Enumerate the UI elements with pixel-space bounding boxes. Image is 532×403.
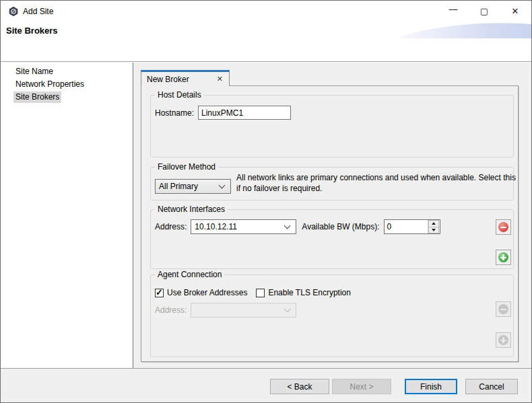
maximize-icon: ▢ bbox=[480, 6, 488, 16]
broker-panel: Host Details Hostname: Failover Method A… bbox=[141, 85, 519, 362]
failover-method-title: Failover Method bbox=[155, 162, 218, 172]
host-details-group: Host Details Hostname: bbox=[150, 95, 514, 157]
enable-tls-label[interactable]: Enable TLS Encryption bbox=[268, 288, 351, 297]
enable-tls-checkbox[interactable] bbox=[256, 289, 265, 297]
minus-icon bbox=[498, 222, 508, 232]
failover-method-select[interactable]: All Primary bbox=[155, 179, 231, 194]
host-details-title: Host Details bbox=[155, 90, 204, 100]
spin-down-button[interactable] bbox=[428, 227, 439, 234]
failover-description: All network links are primary connection… bbox=[236, 172, 521, 194]
use-broker-addresses-label[interactable]: Use Broker Addresses bbox=[167, 288, 247, 297]
hostname-input[interactable] bbox=[198, 106, 291, 120]
minimize-icon: — bbox=[449, 4, 458, 14]
tab-new-broker[interactable]: New Broker ✕ bbox=[141, 70, 230, 86]
app-icon bbox=[8, 6, 19, 17]
available-bw-label: Available BW (Mbps): bbox=[302, 222, 379, 231]
sidebar-item-network-properties[interactable]: Network Properties bbox=[13, 79, 86, 90]
failover-method-group: Failover Method All Primary All network … bbox=[150, 167, 514, 200]
agent-connection-group: Agent Connection ✓ Use Broker Addresses … bbox=[150, 274, 514, 357]
sidebar-item-site-brokers[interactable]: Site Brokers bbox=[13, 91, 61, 103]
dialog-header: Add Site — ▢ ✕ Site Brokers bbox=[1, 1, 531, 62]
sidebar-item-site-name[interactable]: Site Name bbox=[13, 66, 55, 77]
cancel-button[interactable]: Cancel bbox=[465, 379, 518, 394]
finish-button[interactable]: Finish bbox=[405, 379, 457, 394]
spin-up-button[interactable] bbox=[428, 220, 439, 227]
tab-label: New Broker bbox=[141, 75, 214, 84]
next-button: Next > bbox=[332, 379, 391, 394]
hostname-label: Hostname: bbox=[155, 108, 194, 118]
chevron-down-icon bbox=[284, 222, 291, 229]
window-controls: — ▢ ✕ bbox=[438, 1, 531, 22]
minus-icon bbox=[498, 304, 508, 314]
network-interfaces-group: Network Interfaces Address: 10.10.12.11 … bbox=[150, 209, 514, 269]
available-bw-value: 0 bbox=[385, 220, 428, 233]
remove-interface-button[interactable] bbox=[496, 219, 511, 235]
plus-icon bbox=[498, 252, 508, 262]
network-interfaces-title: Network Interfaces bbox=[155, 205, 228, 214]
add-agent-address-button bbox=[496, 332, 511, 348]
failover-method-value: All Primary bbox=[156, 182, 215, 191]
interface-address-value: 10.10.12.11 bbox=[191, 222, 281, 231]
checkmark-icon: ✓ bbox=[156, 287, 163, 297]
plus-icon bbox=[498, 335, 508, 345]
wizard-step-list: Site Name Network Properties Site Broker… bbox=[1, 63, 133, 368]
chevron-down-icon bbox=[284, 305, 291, 312]
available-bw-stepper[interactable]: 0 bbox=[384, 219, 440, 234]
window-title: Add Site bbox=[23, 7, 53, 16]
page-title: Site Brokers bbox=[6, 26, 58, 36]
add-interface-button[interactable] bbox=[496, 250, 511, 265]
minimize-button[interactable]: — bbox=[438, 1, 469, 22]
chevron-down-icon bbox=[219, 182, 226, 188]
close-icon: ✕ bbox=[512, 6, 519, 16]
agent-address-select bbox=[191, 303, 296, 318]
back-button[interactable]: < Back bbox=[270, 379, 329, 394]
spin-down-icon bbox=[432, 229, 436, 231]
agent-connection-title: Agent Connection bbox=[155, 270, 224, 279]
add-site-dialog: Add Site — ▢ ✕ Site Brokers Site Name Ne… bbox=[0, 0, 532, 403]
close-button[interactable]: ✕ bbox=[500, 1, 531, 22]
maximize-button[interactable]: ▢ bbox=[469, 1, 500, 22]
interface-address-select[interactable]: 10.10.12.11 bbox=[191, 219, 296, 234]
use-broker-addresses-checkbox[interactable]: ✓ bbox=[155, 289, 164, 297]
tab-close-icon[interactable]: ✕ bbox=[214, 75, 229, 83]
spin-up-icon bbox=[432, 222, 436, 225]
agent-address-label: Address: bbox=[155, 305, 187, 315]
remove-agent-address-button bbox=[496, 301, 511, 317]
address-label: Address: bbox=[155, 222, 187, 231]
